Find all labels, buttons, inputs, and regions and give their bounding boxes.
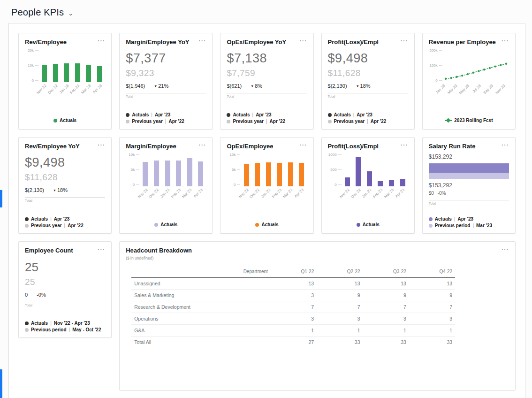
chevron-down-icon[interactable]: ⌄ bbox=[68, 10, 73, 17]
card-title: Rev/Employee YoY bbox=[25, 143, 80, 150]
x-tick-label: Dec 22 bbox=[47, 84, 58, 95]
legend-label: 2023 Rolling Fcst bbox=[454, 118, 493, 123]
bar[interactable] bbox=[75, 63, 80, 82]
y-tick: 0 bbox=[32, 78, 38, 82]
data-point[interactable] bbox=[445, 78, 447, 80]
card-salary-run-rate: Salary Run Rate ⋯ $153,292 $153,292 $0 -… bbox=[422, 137, 516, 234]
bar[interactable] bbox=[64, 63, 69, 82]
card-menu-icon[interactable]: ⋯ bbox=[400, 38, 408, 43]
card-menu-icon[interactable]: ⋯ bbox=[400, 143, 408, 147]
chart-legend: Actuals bbox=[328, 221, 408, 230]
revenue-per-employee-line-chart: 200k100k0Jan 23Mar 23May 23Jul 23Sep 23N… bbox=[429, 48, 509, 102]
bar[interactable] bbox=[367, 171, 372, 186]
bar[interactable] bbox=[299, 163, 304, 186]
divider bbox=[25, 302, 105, 302]
data-point[interactable] bbox=[488, 67, 490, 69]
bar[interactable] bbox=[143, 162, 148, 186]
x-tick-label: Mar 23 bbox=[447, 84, 458, 95]
bar[interactable] bbox=[165, 161, 170, 186]
data-point[interactable] bbox=[472, 72, 474, 74]
card-menu-icon[interactable]: ⋯ bbox=[501, 38, 509, 43]
y-tick: 0 bbox=[435, 78, 442, 82]
card-menu-icon[interactable]: ⋯ bbox=[97, 38, 105, 43]
bar[interactable] bbox=[198, 161, 203, 186]
card-header: Profit(Loss)/Empl ⋯ bbox=[328, 143, 408, 150]
value-cell: 13 bbox=[363, 278, 409, 290]
column-header: Department bbox=[131, 267, 271, 278]
bar[interactable] bbox=[53, 64, 58, 82]
kpi-legend: Actuals | Apr '23 Previous year | Apr '2… bbox=[328, 112, 408, 125]
bar[interactable] bbox=[345, 177, 350, 186]
bar[interactable] bbox=[97, 66, 102, 82]
card-header: Salary Run Rate ⋯ bbox=[429, 143, 509, 150]
y-tick-mark bbox=[439, 50, 442, 51]
card-title: OpEx/Employee YoY bbox=[227, 38, 286, 46]
card-menu-icon[interactable]: ⋯ bbox=[299, 143, 307, 147]
salary-actuals-value: $153,292 bbox=[429, 153, 509, 160]
bar[interactable] bbox=[277, 163, 282, 186]
table-row[interactable]: Unassigned13131313 bbox=[131, 278, 455, 290]
hbar-bar[interactable] bbox=[429, 163, 509, 173]
bar[interactable] bbox=[266, 162, 271, 186]
data-point[interactable] bbox=[466, 73, 468, 75]
card-menu-icon[interactable]: ⋯ bbox=[198, 38, 206, 43]
bar[interactable] bbox=[86, 65, 91, 82]
card-menu-icon[interactable]: ⋯ bbox=[501, 247, 509, 252]
data-point[interactable] bbox=[483, 69, 485, 70]
bar[interactable] bbox=[42, 65, 47, 82]
card-margin-employee: Margin/Employee ⋯ 10k5k0Nov 22Dec 22Jan … bbox=[119, 137, 213, 234]
salary-run-rate-hbar-chart bbox=[429, 163, 509, 179]
data-point[interactable] bbox=[505, 63, 507, 65]
x-tick-label: Feb 23 bbox=[170, 188, 182, 199]
value-cell: 1 bbox=[271, 325, 317, 337]
table-row[interactable]: Sales & Marketing3999 bbox=[131, 290, 455, 301]
data-point[interactable] bbox=[461, 75, 463, 77]
data-point[interactable] bbox=[478, 70, 479, 72]
card-header: Revenue per Employee ⋯ bbox=[429, 38, 509, 46]
legend-dot bbox=[227, 120, 230, 123]
bar[interactable] bbox=[356, 157, 361, 186]
left-scroll-indicator-top[interactable] bbox=[0, 190, 2, 207]
x-tick-label: Apr 23 bbox=[92, 84, 103, 94]
bar[interactable] bbox=[176, 161, 181, 186]
x-tick-label: Apr 23 bbox=[395, 188, 405, 199]
department-cell: Unassigned bbox=[131, 278, 271, 290]
department-cell: Total All bbox=[131, 337, 271, 348]
bar[interactable] bbox=[255, 163, 260, 186]
bar-plot bbox=[241, 153, 307, 186]
bar[interactable] bbox=[288, 162, 293, 186]
hbar-bar[interactable] bbox=[429, 173, 509, 179]
table-row[interactable]: Operations3333 bbox=[131, 313, 455, 325]
table-row[interactable]: Total All27333333 bbox=[131, 337, 455, 348]
data-point[interactable] bbox=[494, 65, 496, 67]
bar[interactable] bbox=[244, 164, 249, 186]
card-title: Employee Count bbox=[25, 247, 73, 254]
bar[interactable] bbox=[378, 181, 383, 186]
card-menu-icon[interactable]: ⋯ bbox=[97, 143, 105, 147]
legend-row-previous: Previous year | Apr '22 bbox=[328, 119, 408, 124]
left-scroll-indicator-bottom[interactable] bbox=[0, 369, 2, 398]
card-menu-icon[interactable]: ⋯ bbox=[198, 143, 206, 147]
card-menu-icon[interactable]: ⋯ bbox=[97, 247, 105, 252]
legend-label: Previous year bbox=[132, 119, 163, 124]
y-tick-mark bbox=[439, 65, 442, 66]
card-header: Margin/Employee YoY ⋯ bbox=[126, 38, 206, 46]
dashboard-panel: Rev/Employee ⋯ 20k10k0Nov 22Dec 22Jan 23… bbox=[8, 23, 525, 398]
salary-previous-value: $153,292 bbox=[429, 182, 509, 189]
legend-row-previous: Previous year | Apr '22 bbox=[25, 223, 105, 229]
x-tick-label: Apr 23 bbox=[193, 188, 204, 199]
data-point[interactable] bbox=[500, 64, 502, 66]
table-row[interactable]: Research & Development7777 bbox=[131, 301, 455, 313]
legend-row-actuals: Actuals | Apr '23 bbox=[328, 112, 408, 118]
bar[interactable] bbox=[154, 161, 159, 186]
data-point[interactable] bbox=[450, 77, 452, 79]
bar[interactable] bbox=[389, 180, 394, 186]
x-axis: Nov 22Dec 22Jan 23Feb 23Mar 23Apr 23 bbox=[227, 186, 307, 206]
kpi-legend: Actuals | Apr '23 Previous period | Mar … bbox=[429, 216, 509, 230]
table-row[interactable]: G&A1111 bbox=[131, 325, 455, 337]
card-menu-icon[interactable]: ⋯ bbox=[299, 38, 307, 43]
data-point[interactable] bbox=[456, 76, 457, 78]
bar[interactable] bbox=[400, 179, 405, 186]
card-menu-icon[interactable]: ⋯ bbox=[501, 143, 509, 147]
bar[interactable] bbox=[187, 158, 192, 186]
